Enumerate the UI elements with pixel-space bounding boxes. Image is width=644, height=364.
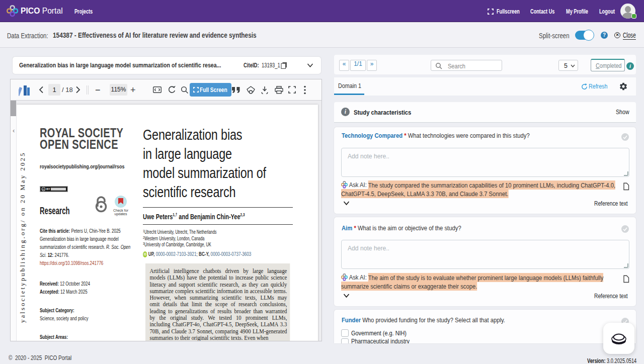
svg-text:BY: BY: [46, 188, 50, 191]
svg-text:cc: cc: [42, 188, 45, 191]
svg-text:iD: iD: [144, 252, 146, 256]
